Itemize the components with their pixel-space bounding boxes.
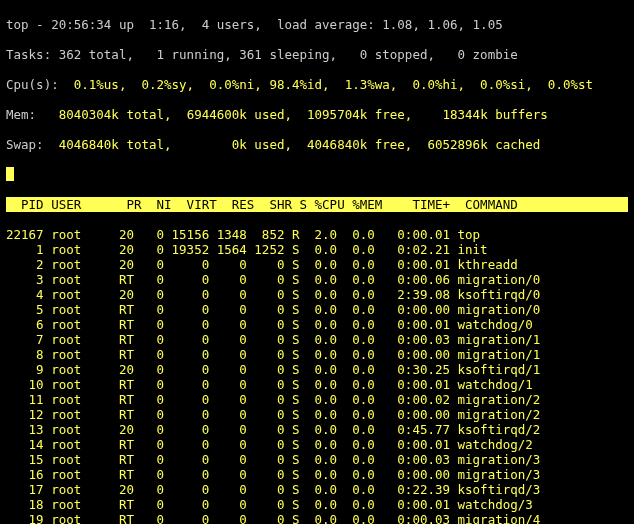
process-row: 1 root 20 0 19352 1564 1252 S 0.0 0.0 0:… [6, 242, 628, 257]
mem-label: Mem: [6, 107, 44, 122]
process-row: 15 root RT 0 0 0 0 S 0.0 0.0 0:00.03 mig… [6, 452, 628, 467]
process-row: 6 root RT 0 0 0 0 S 0.0 0.0 0:00.01 watc… [6, 317, 628, 332]
process-row: 10 root RT 0 0 0 0 S 0.0 0.0 0:00.01 wat… [6, 377, 628, 392]
process-row: 3 root RT 0 0 0 0 S 0.0 0.0 0:00.06 migr… [6, 272, 628, 287]
cpu-label: Cpu(s): [6, 77, 59, 92]
process-row: 9 root 20 0 0 0 0 S 0.0 0.0 0:30.25 ksof… [6, 362, 628, 377]
process-row: 19 root RT 0 0 0 0 S 0.0 0.0 0:00.03 mig… [6, 512, 628, 524]
cpu-values: 0.1%us, 0.2%sy, 0.0%ni, 98.4%id, 1.3%wa,… [59, 77, 593, 92]
summary-line-3: Cpu(s): 0.1%us, 0.2%sy, 0.0%ni, 98.4%id,… [6, 77, 628, 92]
process-row: 22167 root 20 0 15156 1348 852 R 2.0 0.0… [6, 227, 628, 242]
process-row: 18 root RT 0 0 0 0 S 0.0 0.0 0:00.01 wat… [6, 497, 628, 512]
process-row: 4 root 20 0 0 0 0 S 0.0 0.0 2:39.08 ksof… [6, 287, 628, 302]
process-list: 22167 root 20 0 15156 1348 852 R 2.0 0.0… [6, 227, 628, 524]
mem-values: 8040304k total, 6944600k used, 1095704k … [44, 107, 548, 122]
input-line[interactable] [6, 167, 628, 182]
process-row: 7 root RT 0 0 0 0 S 0.0 0.0 0:00.03 migr… [6, 332, 628, 347]
process-row: 12 root RT 0 0 0 0 S 0.0 0.0 0:00.00 mig… [6, 407, 628, 422]
process-row: 16 root RT 0 0 0 0 S 0.0 0.0 0:00.00 mig… [6, 467, 628, 482]
process-row: 11 root RT 0 0 0 0 S 0.0 0.0 0:00.02 mig… [6, 392, 628, 407]
terminal-output[interactable]: top - 20:56:34 up 1:16, 4 users, load av… [0, 0, 634, 524]
process-row: 8 root RT 0 0 0 0 S 0.0 0.0 0:00.00 migr… [6, 347, 628, 362]
process-row: 2 root 20 0 0 0 0 S 0.0 0.0 0:00.01 kthr… [6, 257, 628, 272]
process-row: 14 root RT 0 0 0 0 S 0.0 0.0 0:00.01 wat… [6, 437, 628, 452]
process-row: 5 root RT 0 0 0 0 S 0.0 0.0 0:00.00 migr… [6, 302, 628, 317]
summary-line-4: Mem: 8040304k total, 6944600k used, 1095… [6, 107, 628, 122]
column-header-row: PID USER PR NI VIRT RES SHR S %CPU %MEM … [6, 197, 628, 212]
swap-label: Swap: [6, 137, 44, 152]
summary-line-5: Swap: 4046840k total, 0k used, 4046840k … [6, 137, 628, 152]
summary-line-2: Tasks: 362 total, 1 running, 361 sleepin… [6, 47, 628, 62]
summary-line-1: top - 20:56:34 up 1:16, 4 users, load av… [6, 17, 628, 32]
swap-values: 4046840k total, 0k used, 4046840k free, … [44, 137, 541, 152]
process-row: 13 root 20 0 0 0 0 S 0.0 0.0 0:45.77 kso… [6, 422, 628, 437]
cursor-icon [6, 167, 14, 181]
process-row: 17 root 20 0 0 0 0 S 0.0 0.0 0:22.39 kso… [6, 482, 628, 497]
